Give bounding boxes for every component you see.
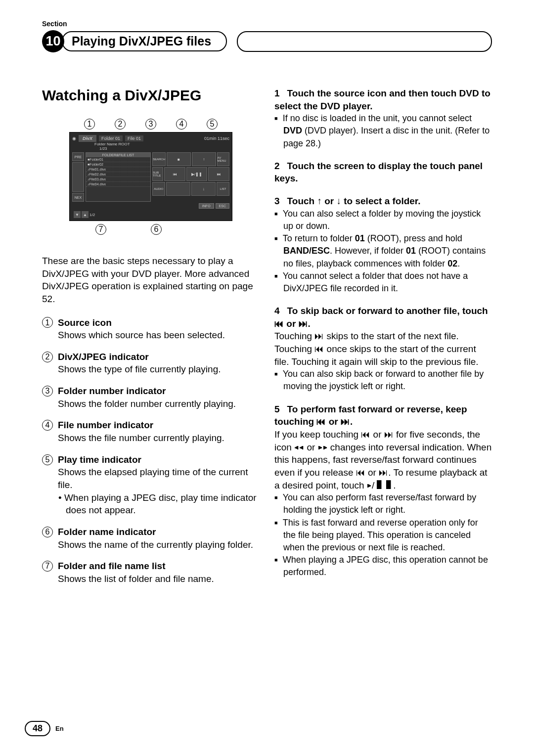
item-title: Source icon (58, 316, 112, 329)
up-arrow-icon: ▲ (82, 211, 89, 218)
callout-3: 3 (145, 119, 156, 130)
esc-btn-icon: ESC (216, 203, 229, 209)
step-5: 5To perform fast forward or reverse, kee… (274, 403, 492, 579)
step-title-text: To skip back or forward to another file,… (274, 306, 488, 329)
next-track-icon: ⏭ (208, 167, 229, 181)
indicator-item-5: 5Play time indicator Shows the elapsed p… (42, 453, 260, 517)
item-desc: Shows the type of file currently playing… (42, 363, 260, 376)
indicator-item-4: 4File number indicator Shows the file nu… (42, 419, 260, 444)
step-body: If you keep touching ⏮ or ⏭ for five sec… (274, 428, 492, 491)
indicator-item-7: 7Folder and file name list Shows the lis… (42, 560, 260, 585)
item-desc: Shows which source has been selected. (42, 329, 260, 342)
step-note: To return to folder 01 (ROOT), press and… (274, 232, 492, 270)
step-num: 3 (274, 196, 280, 206)
header-empty-pill (237, 31, 492, 52)
next-page-btn: NEX (72, 193, 84, 202)
callout-5: 5 (207, 119, 218, 130)
item-num: 5 (42, 454, 53, 465)
step-note: This is fast forward and reverse operati… (274, 517, 492, 554)
item-num: 7 (42, 561, 53, 572)
down-btn-icon: ↓ (191, 182, 216, 196)
page-number: 48 (25, 721, 50, 736)
file-list-header: FOLDER&FILE LIST (86, 153, 150, 157)
prev-page-btn: PRE (72, 152, 84, 161)
diagram-screenshot: 1 2 3 4 5 ◉ DivX Folder 01 File 01 01min… (69, 119, 232, 235)
list-item: ♪File04.divx (86, 182, 150, 187)
step-note: If no disc is loaded in the unit, you ca… (274, 112, 492, 150)
item-desc: Shows the elapsed playing time of the cu… (42, 466, 260, 491)
step-note: You cannot select a folder that does not… (274, 270, 492, 295)
down-arrow-icon: ▼ (74, 211, 81, 218)
step-title-text: To perform fast forward or reverse, keep… (274, 404, 467, 427)
step-num: 4 (274, 306, 280, 316)
item-desc: Shows the folder number currently playin… (42, 398, 260, 410)
list-item: ♪File01.divx (86, 167, 150, 172)
step-4: 4To skip back or forward to another file… (274, 305, 492, 393)
indicator-item-3: 3Folder number indicator Shows the folde… (42, 385, 260, 410)
indicator-item-1: 1Source icon Shows which source has been… (42, 316, 260, 342)
callout-6: 6 (151, 224, 162, 235)
list-item: ■Folder01 (86, 157, 150, 162)
step-num: 5 (274, 404, 280, 414)
section-title: Playing DivX/JPEG files (72, 34, 211, 48)
item-title: File number indicator (58, 419, 153, 432)
list-item: ♪File03.divx (86, 177, 150, 182)
play-pause-icon: ▶/❚❚ (186, 167, 208, 181)
disc-icon: ◉ (72, 136, 76, 141)
step-body: Touching ⏭ skips to the start of the nex… (274, 330, 492, 368)
step-num: 1 (274, 88, 280, 98)
callout-4: 4 (176, 119, 187, 130)
item-title: Play time indicator (58, 453, 141, 466)
item-desc: Shows the list of folder and file name. (42, 573, 260, 585)
count-indicator: 1/23 (72, 146, 229, 151)
folder-name-row: Folder Name ROOT (72, 142, 229, 146)
main-heading: Watching a DivX/JPEG (42, 87, 260, 104)
sidebar-spacer (72, 162, 84, 192)
callout-7: 7 (95, 224, 106, 235)
intro-paragraph: These are the basic steps necessary to p… (42, 255, 260, 306)
left-column: Watching a DivX/JPEG 1 2 3 4 5 ◉ DivX Fo… (42, 87, 260, 594)
step-3: 3Touch ↑ or ↓ to select a folder. You ca… (274, 195, 492, 295)
item-num: 1 (42, 317, 53, 328)
step-num: 2 (274, 161, 280, 171)
item-num: 2 (42, 352, 53, 362)
item-desc: Shows the file number currently playing. (42, 432, 260, 445)
item-title: Folder and file name list (58, 560, 166, 573)
divx-logo: DivX (79, 135, 96, 142)
file-list: FOLDER&FILE LIST ■Folder01 ■Folder02 ♪Fi… (86, 152, 151, 202)
step-2: 2Touch the screen to display the touch p… (274, 160, 492, 185)
page-footer: 48 En (25, 721, 64, 736)
item-sub-note: • When playing a JPEG disc, play time in… (42, 491, 260, 517)
page-indicator: 1/2 (89, 213, 95, 217)
section-title-pill: Playing DivX/JPEG files (62, 31, 227, 51)
step-title-text: Touch ↑ or ↓ to select a folder. (287, 196, 421, 206)
callout-2: 2 (115, 119, 126, 130)
header-row: 10 Playing DivX/JPEG files (42, 30, 492, 52)
item-title: Folder name indicator (58, 526, 156, 538)
section-number-badge: 10 (42, 30, 64, 52)
item-desc: Shows the name of the currently playing … (42, 538, 260, 551)
list-item: ♪File02.divx (86, 172, 150, 177)
list-item: ■Folder02 (86, 162, 150, 167)
step-title-text: Touch the source icon and then touch DVD… (274, 88, 490, 111)
item-num: 3 (42, 386, 53, 397)
avmenu-btn-icon: AV MENU (217, 152, 229, 166)
step-note: You can also select a folder by moving t… (274, 208, 492, 232)
step-note: You can also skip back or forward to ano… (274, 368, 492, 393)
info-btn-icon: INFO (199, 203, 214, 209)
item-title: Folder number indicator (58, 385, 166, 398)
search-btn-icon: SEARCH (152, 152, 166, 166)
section-label: Section (42, 20, 492, 28)
stop-btn-icon: ■ (167, 152, 191, 166)
device-screen-mock: ◉ DivX Folder 01 File 01 01min 11sec Fol… (69, 132, 232, 221)
item-num: 4 (42, 420, 53, 431)
file-indicator: File 01 (125, 135, 143, 141)
item-title: DivX/JPEG indicator (58, 351, 149, 363)
language-indicator: En (55, 725, 64, 732)
indicator-item-6: 6Folder name indicator Shows the name of… (42, 526, 260, 551)
up-btn-icon: ↑ (192, 152, 216, 166)
prev-track-icon: ⏮ (164, 167, 185, 181)
audio-btn-icon: AUDIO (152, 182, 165, 196)
right-column: 1Touch the source icon and then touch DV… (274, 87, 492, 594)
step-note: When playing a JPEG disc, this operation… (274, 554, 492, 578)
